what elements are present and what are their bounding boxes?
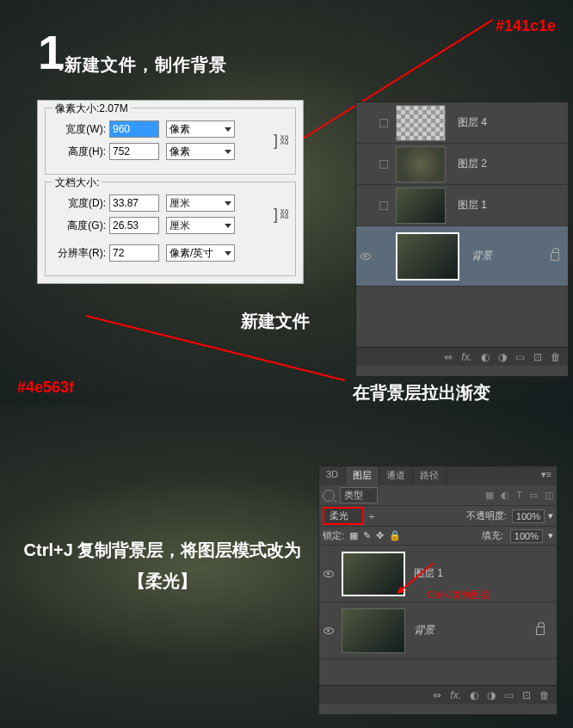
width-d-input[interactable]: [109, 194, 159, 212]
lock-icon: [551, 252, 559, 261]
layer-label: 图层 2: [458, 157, 568, 171]
layer-thumb[interactable]: [396, 105, 446, 141]
color-swatch-dark: #141c1e: [496, 17, 556, 35]
caret-down-icon: [225, 201, 231, 206]
filter-smart-icon[interactable]: ◫: [545, 490, 553, 501]
link-icon[interactable]: ⇔: [433, 689, 441, 701]
panel-menu-icon[interactable]: ▾≡: [536, 466, 557, 485]
caret-down-icon: [225, 127, 231, 132]
opacity-input[interactable]: 100%: [512, 509, 545, 523]
layer-label: 图层 1: [458, 198, 568, 213]
tab-layers[interactable]: 图层: [346, 466, 379, 485]
new-layer-icon[interactable]: ⊡: [533, 351, 542, 363]
height-input[interactable]: [109, 143, 159, 160]
tutorial-step-1: 1 .新建文件，制作背景 #141c1e 像素大小:2.07M 宽度(W): 像…: [0, 0, 573, 405]
caret-down-icon: [367, 493, 373, 497]
fx-icon[interactable]: fx.: [461, 351, 472, 363]
layer-thumb[interactable]: [396, 232, 459, 281]
layer-label: 背景: [414, 623, 536, 638]
new-layer-icon[interactable]: ⊡: [522, 689, 531, 701]
res-label: 分辨率(R):: [51, 246, 106, 261]
visibility-toggle[interactable]: [319, 571, 338, 577]
color-swatch-light: #4e563f: [17, 379, 74, 397]
filter-pixel-icon[interactable]: ▦: [485, 490, 494, 501]
tutorial-step-2: Ctrl+J 复制背景层，将图层模式改为【柔光】 3D 图层 通道 路径 ▾≡ …: [0, 405, 573, 728]
layer-filter-bar: 类型 ▦ ◐ T ▭ ◫: [319, 485, 557, 506]
caret-down-icon[interactable]: ▾: [548, 530, 553, 541]
layers-panel-2: 3D 图层 通道 路径 ▾≡ 类型 ▦ ◐ T ▭ ◫ 柔光 ÷ 不透明度: 1…: [318, 466, 558, 715]
trash-icon[interactable]: 🗑: [551, 351, 561, 363]
res-input[interactable]: [109, 244, 159, 262]
checkbox[interactable]: [379, 201, 388, 210]
filter-type-icon[interactable]: T: [516, 490, 522, 501]
caret-down-icon[interactable]: ▾: [548, 510, 553, 521]
mask-icon[interactable]: ◐: [470, 689, 478, 701]
caret-down-icon: [225, 150, 231, 154]
tab-3d[interactable]: 3D: [319, 466, 346, 485]
pixel-size-fieldset: 像素大小:2.07M 宽度(W): 像素 高度(H): 像素 ]⛓: [45, 108, 296, 175]
lock-trans-icon[interactable]: ▦: [349, 530, 358, 541]
link-dimensions-doc[interactable]: ]⛓: [274, 206, 290, 224]
layer-label: 图层 1: [414, 566, 557, 581]
visibility-toggle[interactable]: [356, 253, 375, 260]
eye-icon: [360, 253, 371, 260]
height-unit-select[interactable]: 像素: [166, 143, 235, 160]
height-label: 高度(H):: [51, 145, 106, 159]
eye-icon: [323, 627, 334, 634]
res-unit-select[interactable]: 像素/英寸: [166, 244, 235, 262]
visibility-toggle[interactable]: [319, 627, 338, 634]
copy-annotation: Ctrl+J复制图层: [428, 589, 490, 602]
trash-icon[interactable]: 🗑: [539, 689, 550, 701]
filter-kind-select[interactable]: 类型: [340, 487, 378, 503]
doc-size-fieldset: 文档大小: 宽度(D): 厘米 高度(G): 厘米 ]⛓: [45, 182, 296, 276]
layer-thumb[interactable]: [396, 188, 446, 224]
pixel-size-legend: 像素大小:2.07M: [52, 102, 131, 116]
width-label: 宽度(W):: [51, 122, 106, 137]
instruction-text: Ctrl+J 复制背景层，将图层模式改为【柔光】: [21, 534, 305, 596]
adjust-icon[interactable]: ◑: [487, 689, 496, 701]
layer-row[interactable]: 图层 2: [356, 144, 568, 185]
search-icon[interactable]: [323, 490, 335, 502]
height-g-label: 高度(G):: [51, 219, 106, 233]
lock-all-icon[interactable]: 🔒: [389, 530, 401, 541]
layer-thumb[interactable]: [396, 146, 446, 182]
layer-row[interactable]: 背景: [319, 602, 557, 659]
tab-channels[interactable]: 通道: [379, 466, 413, 485]
lock-paint-icon[interactable]: ✎: [363, 530, 371, 541]
layers-footer: ⇔ fx. ◐ ◑ ▭ ⊡ 🗑: [319, 685, 557, 704]
filter-adjust-icon[interactable]: ◐: [501, 490, 509, 501]
blend-opacity-row: 柔光 ÷ 不透明度: 100% ▾: [319, 506, 557, 527]
height-g-input[interactable]: [109, 217, 159, 234]
layer-row-selected[interactable]: 背景: [356, 226, 568, 287]
fx-icon[interactable]: fx.: [450, 689, 461, 701]
layer-row[interactable]: 图层 1: [356, 185, 568, 226]
lock-pos-icon[interactable]: ✥: [376, 530, 384, 541]
panel-tabs: 3D 图层 通道 路径 ▾≡: [319, 466, 557, 485]
lock-label: 锁定:: [323, 529, 344, 542]
layer-label: 图层 4: [458, 115, 568, 130]
tab-paths[interactable]: 路径: [413, 466, 447, 485]
width-input[interactable]: [109, 120, 159, 138]
link-dimensions[interactable]: ]⛓: [274, 132, 290, 150]
width-d-label: 宽度(D):: [51, 196, 106, 211]
width-unit-select[interactable]: 像素: [166, 120, 235, 138]
checkbox[interactable]: [379, 119, 388, 127]
fill-input[interactable]: 100%: [510, 529, 543, 543]
caret-down-icon: [225, 224, 231, 228]
layer-thumb[interactable]: [342, 608, 405, 653]
lock-fill-row: 锁定: ▦ ✎ ✥ 🔒 填充: 100% ▾: [319, 527, 557, 546]
height-g-unit-select[interactable]: 厘米: [166, 217, 235, 234]
mask-icon[interactable]: ◐: [481, 351, 490, 363]
adjust-icon[interactable]: ◑: [498, 351, 507, 363]
layer-row[interactable]: 图层 4: [356, 102, 568, 144]
filter-shape-icon[interactable]: ▭: [529, 490, 538, 501]
folder-icon[interactable]: ▭: [504, 689, 514, 701]
blend-mode-select[interactable]: 柔光: [323, 507, 364, 525]
fill-label: 填充:: [482, 529, 503, 542]
folder-icon[interactable]: ▭: [515, 351, 525, 363]
layer-row[interactable]: 图层 1 Ctrl+J复制图层: [319, 546, 557, 602]
link-icon[interactable]: ⇔: [444, 351, 453, 363]
checkbox[interactable]: [379, 160, 388, 169]
width-d-unit-select[interactable]: 厘米: [166, 194, 235, 212]
layers-footer: ⇔ fx. ◐ ◑ ▭ ⊡ 🗑: [356, 347, 568, 366]
